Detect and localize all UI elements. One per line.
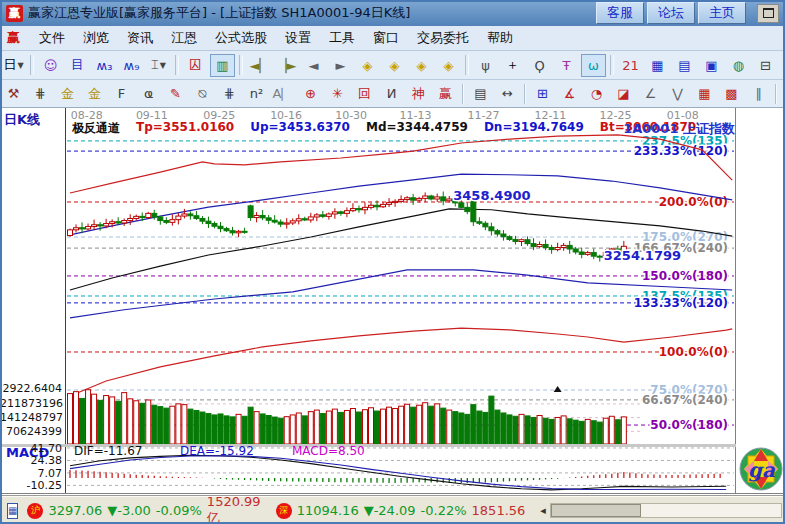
candle-body (92, 225, 97, 227)
period-day-selector[interactable]: 日▼ (1, 54, 26, 77)
candle-body (393, 201, 398, 202)
volume-bar (459, 413, 464, 444)
hammer-tool-icon[interactable]: ⚒ (1, 82, 26, 105)
customer-service-button[interactable]: 客服 (596, 2, 644, 24)
next-bar-icon[interactable]: ► (328, 54, 353, 77)
home-button[interactable]: 主页 (698, 2, 746, 24)
candle-body (362, 207, 367, 209)
square-spiral-red-icon[interactable]: 回 (352, 82, 377, 105)
candle-body (320, 215, 325, 216)
save-disk-icon[interactable]: ▣ (699, 54, 724, 77)
shanghai-market-icon[interactable]: 沪 (27, 503, 43, 519)
candle-body (543, 245, 548, 248)
shade-square-icon[interactable]: ◪ (611, 82, 636, 105)
f-lines-icon[interactable]: F (109, 82, 134, 105)
first-bar-icon[interactable]: ◄▏ (247, 54, 272, 77)
figure-icon[interactable]: 囚 (183, 54, 208, 77)
angle-a-icon[interactable]: A⎸ (271, 82, 296, 105)
last-bar-icon[interactable]: ▕► (274, 54, 299, 77)
menu-item-9[interactable]: 帮助 (478, 27, 522, 49)
fan-shape-icon[interactable]: ◔ (584, 82, 609, 105)
candle-body (531, 244, 536, 247)
quote-grid-icon[interactable]: ▦ (7, 503, 18, 519)
brush-red-icon[interactable]: ✎ (163, 82, 188, 105)
gann-hat-tool-icon[interactable]: Ŧ (554, 54, 579, 77)
menu-item-7[interactable]: 窗口 (364, 27, 408, 49)
wave9-icon[interactable]: ʍ₉ (119, 54, 144, 77)
restore-window-button[interactable] (757, 4, 779, 23)
calendar-21-icon[interactable]: 21 (618, 54, 643, 77)
diamond-right-icon[interactable]: ◈ (382, 54, 407, 77)
scroll-left-button[interactable]: ◂ (536, 504, 550, 517)
book-icon[interactable]: ▤ (672, 54, 697, 77)
gann-percent-label: 66.67%(240) (642, 393, 728, 407)
color-kline-icon[interactable]: ▥ (210, 54, 235, 77)
volume-scale-label: 70624399 (0, 425, 62, 438)
date-axis-label: 08-28 (71, 109, 103, 122)
compass-circle-icon[interactable]: ⍉ (190, 82, 215, 105)
menu-item-1[interactable]: 浏览 (74, 27, 118, 49)
parallel-lines-icon[interactable]: ∥ (746, 82, 771, 105)
sz-index-change: ▼-24.09 (364, 503, 416, 518)
scrollbar-thumb[interactable] (551, 504, 641, 517)
volume-bar (525, 416, 530, 444)
grid-lines-icon[interactable]: ⋕ (217, 82, 242, 105)
candle-body (308, 217, 313, 220)
width-measure-icon[interactable]: ↔ (495, 82, 520, 105)
red-grid-2-icon[interactable]: ▩ (719, 82, 744, 105)
crosshair-tool-icon[interactable]: ＋ (500, 54, 525, 77)
volume-bar (74, 392, 79, 444)
wave3-icon[interactable]: ʍ₃ (92, 54, 117, 77)
hand-tool-icon[interactable]: ψ (473, 54, 498, 77)
shen-red-icon[interactable]: 神 (406, 82, 431, 105)
measure-table-icon[interactable]: ⊨ (781, 82, 785, 105)
candle-style-selector[interactable]: ⌶▼ (146, 54, 171, 77)
forum-button[interactable]: 论坛 (647, 2, 695, 24)
volume-bar (603, 418, 608, 444)
diamond-expand-icon[interactable]: ◈ (409, 54, 434, 77)
scrollbar-track[interactable] (550, 503, 782, 518)
kline-chart-canvas[interactable]: 237.5%(135)233.33%(120)200.0%(0)175.0%(2… (0, 107, 785, 495)
menu-item-6[interactable]: 工具 (320, 27, 364, 49)
gann-line-grid-icon[interactable]: ⋕ (28, 82, 53, 105)
note-icon[interactable]: 目 (65, 54, 90, 77)
ruler-123-icon[interactable]: ▤ (468, 82, 493, 105)
candle-body (435, 197, 440, 199)
volume-bar (344, 410, 349, 444)
web-globe-icon[interactable]: ◍ (726, 54, 751, 77)
zoom-tool-icon[interactable]: Ϙ (527, 54, 552, 77)
blue-grid-icon[interactable]: ⊞ (530, 82, 555, 105)
spiral-tool-icon[interactable]: ҩ (136, 82, 161, 105)
printer-icon[interactable]: ⊟ (753, 54, 778, 77)
prev-bar-icon[interactable]: ◄ (301, 54, 326, 77)
v-wave-icon[interactable]: ⋁ (665, 82, 690, 105)
diamond-shrink-icon[interactable]: ◈ (436, 54, 461, 77)
ray-fan-icon[interactable]: ∡ (557, 82, 582, 105)
diamond-left-icon[interactable]: ◈ (355, 54, 380, 77)
calculator-icon[interactable]: ▦ (645, 54, 670, 77)
red-grid-1-icon[interactable]: ▦ (692, 82, 717, 105)
volume-bar (122, 393, 127, 444)
menu-item-4[interactable]: 公式选股 (206, 27, 276, 49)
menu-item-3[interactable]: 江恩 (162, 27, 206, 49)
angle-lines-icon[interactable]: ∠ (638, 82, 663, 105)
smiley-face-icon[interactable]: ☺ (38, 54, 63, 77)
volume-bar (278, 418, 283, 444)
menu-item-0[interactable]: 文件 (30, 27, 74, 49)
target-red-icon[interactable]: ⊕ (298, 82, 323, 105)
star-red-icon[interactable]: ✳ (325, 82, 350, 105)
yi-mark-icon[interactable]: И (379, 82, 404, 105)
gold-gann-2-icon[interactable]: 金 (82, 82, 107, 105)
volume-bar (501, 413, 506, 444)
brain-tool-icon[interactable]: ω (581, 54, 606, 77)
menu-item-2[interactable]: 资讯 (118, 27, 162, 49)
volume-bar (284, 417, 289, 444)
menu-item-5[interactable]: 设置 (276, 27, 320, 49)
gold-gann-1-icon[interactable]: 金 (55, 82, 80, 105)
menu-item-8[interactable]: 交易委托 (408, 27, 478, 49)
sz-index-price: 11094.16 (297, 503, 359, 518)
candle-body (182, 214, 187, 216)
n-squared-icon[interactable]: n² (244, 82, 269, 105)
shenzhen-market-icon[interactable]: 深 (276, 503, 292, 519)
ying-red-icon[interactable]: 赢 (433, 82, 458, 105)
